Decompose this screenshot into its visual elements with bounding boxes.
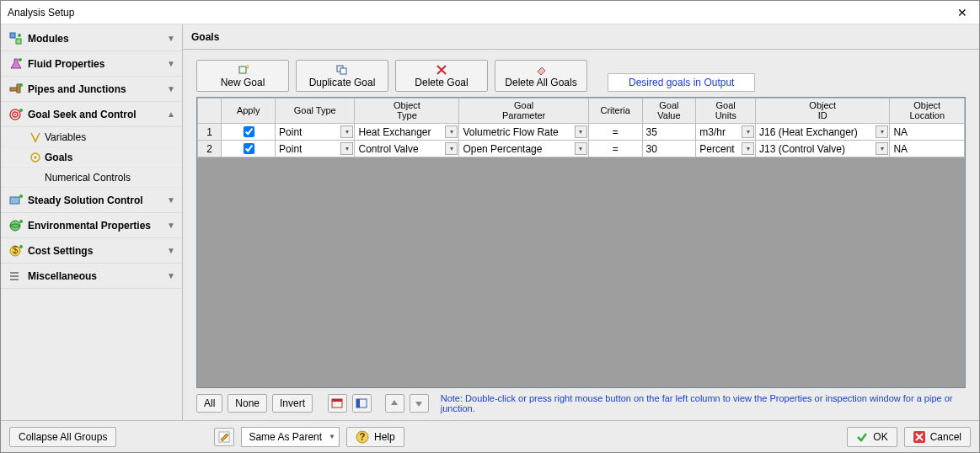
svg-text:$: $ (13, 244, 19, 256)
dropdown-arrow-icon[interactable]: ▾ (876, 142, 888, 155)
sidebar-group-fluid-properties[interactable]: Fluid Properties ▼ (1, 51, 182, 77)
sidebar-group-cost-settings[interactable]: $ Cost Settings ▼ (1, 238, 182, 264)
table-row[interactable]: 1Point▾Heat Exchanger▾Volumetric Flow Ra… (198, 124, 965, 141)
collapse-all-groups-button[interactable]: Collapse All Groups (9, 427, 116, 447)
group-label: Cost Settings (28, 245, 167, 257)
col-goal-units[interactable]: Goal Units (696, 99, 756, 124)
col-rownum (198, 99, 222, 124)
dropdown-arrow-icon[interactable]: ▾ (575, 142, 587, 155)
group-label: Modules (28, 33, 167, 45)
check-icon (856, 431, 868, 443)
col-object-id[interactable]: Object ID (756, 99, 890, 124)
grid-empty-area[interactable] (197, 157, 965, 387)
table-row[interactable]: 2Point▾Control Valve▾Open Percentage▾=30… (198, 141, 965, 157)
main-area: ✱ New Goal Duplicate Goal Delete Goal De… (183, 50, 979, 420)
svg-point-19 (19, 245, 23, 248)
col-apply[interactable]: Apply (222, 99, 276, 124)
dropdown-arrow-icon[interactable]: ▾ (742, 125, 754, 138)
duplicate-goal-button[interactable]: Duplicate Goal (296, 60, 388, 92)
col-goal-parameter[interactable]: Goal Parameter (459, 99, 588, 124)
list-icon (9, 269, 28, 283)
sidebar-group-goal-seek-control[interactable]: Goal Seek and Control ▲ (1, 102, 182, 127)
sidebar: Modules ▼ Fluid Properties ▼ Pipes and J… (1, 24, 183, 420)
modules-icon (9, 32, 28, 45)
button-label: Delete Goal (415, 77, 468, 88)
sidebar-group-miscellaneous[interactable]: Miscellaneous ▼ (1, 264, 182, 289)
invert-selection-button[interactable]: Invert (272, 394, 313, 413)
dropdown-arrow-icon[interactable]: ▾ (742, 142, 754, 155)
col-goal-value[interactable]: Goal Value (642, 99, 696, 124)
svg-point-6 (19, 83, 23, 87)
pipes-icon (9, 83, 28, 96)
chevron-down-icon: ▼ (167, 221, 175, 230)
sidebar-group-modules[interactable]: Modules ▼ (1, 26, 182, 51)
group-label: Goal Seek and Control (28, 109, 167, 120)
main-panel: Goals ✱ New Goal Duplicate Goal Delete G… (183, 24, 979, 420)
svg-rect-30 (356, 399, 360, 408)
sidebar-group-pipes-junctions[interactable]: Pipes and Junctions ▼ (1, 77, 182, 102)
chevron-down-icon: ▼ (167, 84, 175, 93)
button-label: Delete All Goals (505, 77, 576, 88)
sidebar-group-environmental[interactable]: Environmental Properties ▼ (1, 213, 182, 238)
sidebar-group-steady-solution[interactable]: Steady Solution Control ▼ (1, 188, 182, 213)
goals-grid: Apply Goal Type Object Type Goal Paramet… (196, 97, 966, 388)
sidebar-item-variables[interactable]: Variables (1, 127, 182, 147)
svg-rect-0 (10, 33, 15, 38)
subitem-label: Numerical Controls (45, 172, 131, 184)
layout-blue-button[interactable] (352, 394, 372, 413)
sidebar-item-goals[interactable]: Goals (1, 147, 182, 168)
duplicate-icon (336, 64, 348, 76)
variables-icon (29, 131, 45, 143)
delete-goal-button[interactable]: Delete Goal (395, 60, 488, 92)
col-criteria[interactable]: Criteria (588, 99, 642, 124)
svg-text:✱: ✱ (246, 65, 249, 72)
svg-rect-26 (340, 68, 346, 74)
svg-point-9 (14, 114, 16, 115)
goals-table: Apply Goal Type Object Type Goal Paramet… (197, 98, 965, 157)
help-button[interactable]: ? Help (346, 427, 404, 447)
button-label: New Goal (221, 77, 265, 88)
apply-checkbox[interactable] (244, 126, 254, 137)
cancel-button[interactable]: Cancel (904, 427, 971, 447)
desired-goals-output-link[interactable]: Desired goals in Output (608, 73, 755, 92)
edit-note-button[interactable] (214, 428, 234, 446)
group-label: Steady Solution Control (28, 195, 167, 206)
dropdown-arrow-icon[interactable]: ▾ (876, 125, 888, 138)
same-as-parent-dropdown[interactable]: Same As Parent ▼ (241, 427, 340, 447)
window-title: Analysis Setup (8, 7, 952, 19)
svg-point-16 (19, 220, 23, 223)
ok-button[interactable]: OK (847, 427, 897, 447)
svg-point-10 (19, 109, 23, 112)
apply-checkbox[interactable] (244, 143, 254, 154)
target-icon (9, 108, 28, 121)
dropdown-label: Same As Parent (249, 431, 322, 443)
select-none-button[interactable]: None (228, 394, 267, 413)
chevron-down-icon: ▼ (329, 433, 335, 440)
svg-point-12 (35, 156, 37, 158)
x-icon (913, 431, 925, 443)
delete-all-goals-button[interactable]: Delete All Goals (495, 60, 587, 92)
col-object-type[interactable]: Object Type (355, 99, 459, 124)
dropdown-arrow-icon[interactable]: ▾ (340, 142, 353, 155)
layout-red-button[interactable] (328, 394, 347, 413)
col-object-location[interactable]: Object Location (890, 99, 965, 124)
dropdown-arrow-icon[interactable]: ▾ (445, 142, 458, 155)
svg-rect-28 (332, 399, 342, 402)
svg-point-15 (10, 221, 20, 231)
chevron-down-icon: ▼ (167, 59, 175, 68)
button-label: OK (873, 431, 887, 443)
sidebar-item-numerical-controls[interactable]: Numerical Controls (1, 168, 182, 188)
group-label: Environmental Properties (28, 220, 167, 232)
help-icon: ? (356, 430, 369, 444)
dropdown-arrow-icon[interactable]: ▾ (340, 125, 353, 138)
col-goal-type[interactable]: Goal Type (276, 99, 355, 124)
dropdown-arrow-icon[interactable]: ▾ (575, 125, 587, 138)
new-goal-button[interactable]: ✱ New Goal (196, 60, 289, 92)
move-up-button[interactable] (385, 394, 404, 413)
group-label: Miscellaneous (28, 270, 167, 282)
close-button[interactable]: ✕ (952, 6, 972, 19)
select-all-button[interactable]: All (196, 394, 222, 413)
dropdown-arrow-icon[interactable]: ▾ (445, 125, 458, 138)
svg-point-3 (19, 58, 22, 61)
move-down-button[interactable] (410, 394, 429, 413)
